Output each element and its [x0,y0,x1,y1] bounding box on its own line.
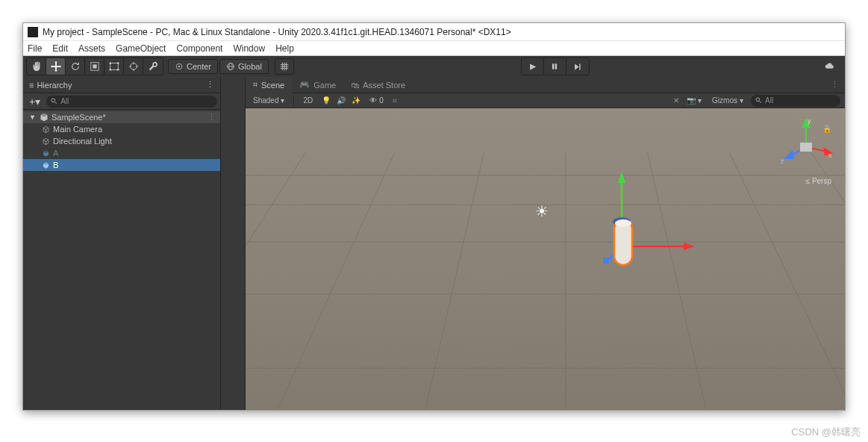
hierarchy-search-input[interactable]: All [46,96,217,108]
svg-rect-17 [246,108,845,410]
svg-rect-12 [552,63,555,69]
svg-text:x: x [828,152,832,159]
panel-options-icon[interactable]: ⋮ [206,80,214,90]
account-button[interactable] [819,58,839,75]
cloud-icon [824,61,834,72]
svg-marker-33 [684,243,695,250]
hierarchy-item-camera[interactable]: Main Camera [23,123,220,135]
prefab-icon [41,161,50,169]
scene-toolbar: Shaded ▾ 2D 💡 🔊 ✨ 👁 0 ⌗ ✕ 📷▾ Gizmos [246,93,845,108]
scene-name: SampleScene* [51,113,106,122]
svg-rect-2 [110,63,118,70]
play-controls [521,57,590,75]
pause-button[interactable] [544,58,566,75]
svg-rect-13 [555,63,558,69]
selected-object-gizmo[interactable] [568,168,702,302]
wrench-icon [148,61,158,72]
menu-help[interactable]: Help [275,43,294,54]
window-title: My project - SampleScene - PC, Mac & Lin… [43,27,511,37]
create-button[interactable]: +▾ [26,96,43,108]
chevron-down-icon: ▾ [281,96,284,105]
svg-marker-31 [618,172,625,183]
svg-point-5 [109,69,111,71]
scene-grid-icon: ⌗ [253,80,257,90]
play-button[interactable] [522,58,544,75]
svg-point-3 [109,62,111,64]
hierarchy-item-light[interactable]: Directional Light [23,135,220,147]
lock-icon[interactable]: 🔒 [822,125,831,133]
play-icon [528,63,537,71]
orientation-gizmo[interactable]: y x z 🔒 [776,116,836,175]
search-icon [755,97,762,104]
hierarchy-panel: ≡ Hierarchy ⋮ +▾ All ▼ SampleScene* ⋮ [23,77,221,410]
grid-toggle[interactable]: ⌗ [393,96,397,105]
menu-window[interactable]: Window [233,43,265,54]
move-icon [51,61,61,72]
titlebar[interactable]: My project - SampleScene - PC, Mac & Lin… [23,23,845,41]
watermark: CSDN @韩曙亮 [791,426,861,439]
audio-toggle[interactable]: 🔊 [337,96,346,105]
tab-options-icon[interactable]: ⋮ [825,80,845,90]
hidden-objects-dropdown[interactable]: 👁 0 [366,95,387,107]
tools-icon[interactable]: ✕ [673,96,679,105]
scene-menu-icon[interactable]: ⋮ [207,113,220,122]
svg-point-4 [116,62,119,64]
svg-point-38 [615,220,631,227]
menubar: File Edit Assets GameObject Component Wi… [23,41,845,56]
step-icon [573,63,581,71]
camera-dropdown[interactable]: 📷▾ [684,95,705,107]
scene-viewport[interactable]: ☀ [246,108,845,410]
camera-icon: 📷 [687,96,696,105]
tab-scene[interactable]: ⌗ Scene [246,77,292,93]
scale-tool-button[interactable] [85,58,104,75]
menu-assets[interactable]: Assets [78,43,105,54]
menu-file[interactable]: File [28,43,42,54]
hierarchy-title: Hierarchy [37,81,72,90]
menu-component[interactable]: Component [176,43,222,54]
svg-point-16 [756,98,760,102]
cart-icon: 🛍 [351,81,359,90]
unity-scene-icon [40,113,49,122]
gizmos-dropdown[interactable]: Gizmos ▾ [709,95,746,107]
rotate-tool-button[interactable] [66,58,85,75]
fx-toggle[interactable]: ✨ [352,96,360,105]
pivot-mode-button[interactable]: Center [168,59,218,74]
hierarchy-toolbar: +▾ All [23,93,220,110]
shading-mode-dropdown[interactable]: Shaded ▾ [250,95,287,107]
scene-root[interactable]: ▼ SampleScene* ⋮ [23,111,220,123]
space-mode-button[interactable]: Global [219,59,269,74]
tab-game[interactable]: 🎮 Game [292,77,343,93]
menu-gameobject[interactable]: GameObject [116,43,166,54]
svg-point-6 [116,69,119,71]
gameobject-icon [41,137,50,146]
move-tool-button[interactable] [46,58,66,75]
tab-asset-store[interactable]: 🛍 Asset Store [343,77,413,93]
panel-menu-icon: ≡ [29,81,32,90]
step-button[interactable] [566,58,589,75]
directional-light-gizmo-icon[interactable]: ☀ [535,202,549,220]
menu-edit[interactable]: Edit [52,43,68,54]
scene-search-input[interactable]: All [751,95,840,107]
hand-icon [31,61,42,72]
unity-logo-icon [28,27,38,37]
projection-label[interactable]: ≤ Persp [806,177,831,185]
transform-tool-button[interactable] [124,58,143,75]
custom-tool-button[interactable] [143,58,163,75]
unified-icon [128,61,139,72]
lighting-toggle[interactable]: 💡 [322,96,331,105]
snap-button[interactable] [275,58,294,75]
svg-rect-14 [580,63,581,69]
scale-icon [90,61,100,72]
hierarchy-item-a[interactable]: A [23,147,220,159]
svg-rect-1 [93,64,96,68]
2d-toggle[interactable]: 2D [300,95,316,107]
grid-snap-icon [279,61,290,72]
rect-tool-button[interactable] [104,58,124,75]
hierarchy-item-b[interactable]: B [23,159,220,171]
hierarchy-header[interactable]: ≡ Hierarchy ⋮ [23,77,220,93]
foldout-arrow-icon[interactable]: ▼ [29,113,37,121]
rotate-icon [70,61,81,72]
hand-tool-button[interactable] [27,58,46,75]
panel-resizer[interactable] [221,77,246,410]
pause-icon [551,63,558,70]
